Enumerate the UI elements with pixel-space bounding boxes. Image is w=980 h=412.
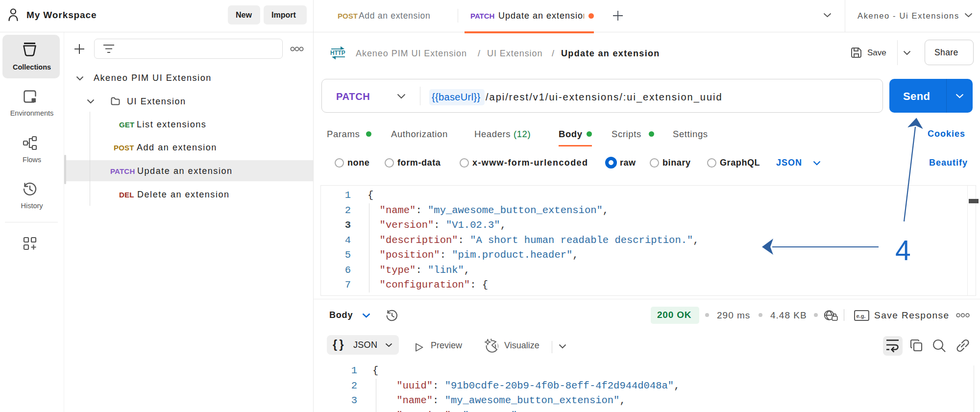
svg-text:e.g.: e.g. [857, 313, 866, 319]
svg-text:HTTP: HTTP [330, 49, 345, 56]
